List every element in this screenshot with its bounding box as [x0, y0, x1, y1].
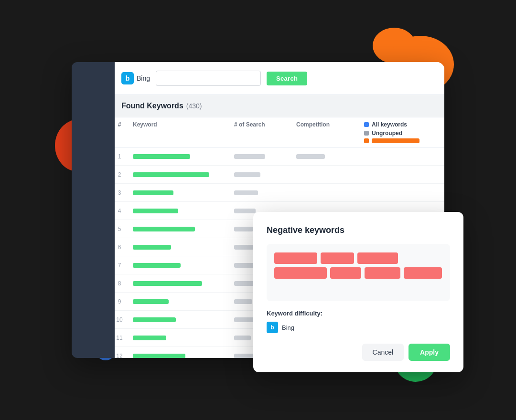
row-keyword-bar-2 [129, 172, 234, 177]
keyword-difficulty-label: Keyword difficulty: [267, 310, 450, 317]
group-label-ungrouped: Ungrouped [372, 130, 402, 136]
nk-tag[interactable] [330, 267, 361, 279]
nk-tag[interactable] [404, 267, 442, 279]
nk-tag[interactable] [365, 267, 400, 279]
table-header: Found Keywords (430) [110, 95, 444, 117]
row-keyword-bar-5 [129, 227, 234, 231]
dot-all-keywords [364, 122, 369, 127]
row-keyword-bar-12 [129, 354, 234, 358]
nk-tag[interactable] [321, 252, 354, 264]
table-row: 2 [110, 166, 444, 184]
negative-keywords-box[interactable] [267, 244, 450, 301]
cancel-button[interactable]: Cancel [362, 344, 404, 361]
group-label-all: All keywords [372, 121, 407, 128]
row-search-bar-1 [234, 154, 296, 159]
dark-strip [72, 62, 115, 358]
col-header-groups: All keywords Ungrouped [358, 121, 444, 143]
dot-ungrouped [364, 131, 369, 136]
dot-extra [364, 138, 369, 143]
row-keyword-bar-1 [129, 154, 234, 159]
overlay-actions: Cancel Apply [267, 344, 450, 361]
col-header-keyword: Keyword [129, 121, 234, 143]
overlay-title: Negative keywords [267, 225, 450, 235]
col-header-search: # of Search [234, 121, 296, 143]
row-keyword-bar-6 [129, 245, 234, 250]
row-keyword-bar-9 [129, 299, 234, 304]
search-button[interactable]: Search [267, 72, 307, 85]
bing-difficulty-label: Bing [282, 324, 294, 331]
row-search-bar-2 [234, 172, 296, 177]
table-row: 3 [110, 184, 444, 202]
table-row: 1 [110, 147, 444, 166]
bing-label: Bing [137, 74, 150, 82]
nk-tag[interactable] [274, 252, 317, 264]
table-columns-header: # Keyword # of Search Competition All ke… [110, 117, 444, 147]
overlay-panel: Negative keywords Keyword difficulty: b … [253, 212, 463, 372]
bing-difficulty-icon: b [267, 322, 278, 333]
col-header-competition: Competition [296, 121, 358, 143]
bing-difficulty-row: b Bing [267, 322, 450, 333]
bing-icon: b [121, 72, 134, 84]
row-competition-bar-1 [296, 154, 358, 159]
row-keyword-bar-4 [129, 209, 234, 213]
nk-tags-container [274, 252, 442, 279]
apply-button[interactable]: Apply [408, 344, 450, 361]
blob-orange-top [373, 28, 416, 63]
extra-group-bar [372, 138, 419, 143]
group-item-all[interactable]: All keywords [364, 121, 444, 128]
main-card: b Bing Search Found Keywords (430) # Key… [72, 62, 444, 358]
group-item-ungrouped[interactable]: Ungrouped [364, 130, 444, 136]
nk-tag[interactable] [274, 267, 327, 279]
group-item-extra[interactable] [364, 138, 444, 143]
row-keyword-bar-7 [129, 263, 234, 268]
row-keyword-bar-10 [129, 317, 234, 322]
search-input[interactable] [156, 71, 261, 86]
bing-logo-container: b Bing [121, 72, 150, 84]
search-bar-row: b Bing Search [110, 62, 444, 95]
row-search-bar-3 [234, 190, 296, 195]
row-keyword-bar-3 [129, 190, 234, 195]
row-keyword-bar-11 [129, 336, 234, 340]
row-keyword-bar-8 [129, 281, 234, 286]
nk-tag[interactable] [357, 252, 398, 264]
found-keywords-count: (430) [186, 102, 202, 110]
found-keywords-title: Found Keywords [121, 102, 183, 110]
